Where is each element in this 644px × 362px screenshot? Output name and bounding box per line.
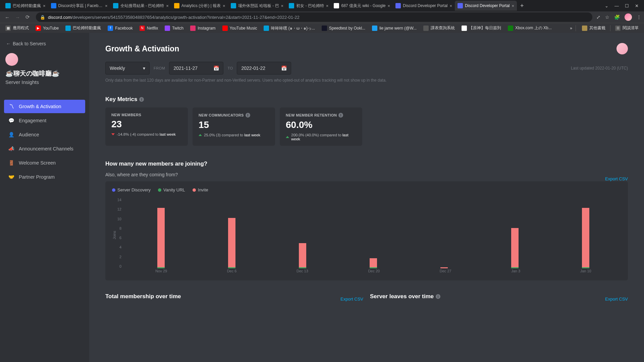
legend-label: Server Discovery bbox=[117, 187, 151, 192]
address-bar: ← → ⟳ 🔒 discord.com/developers/servers/5… bbox=[0, 11, 644, 23]
bookmark-item[interactable]: YouTube Music bbox=[220, 26, 260, 31]
nav-label: Growth & Activation bbox=[19, 104, 61, 109]
bookmarks-more[interactable]: » bbox=[570, 26, 572, 31]
bookmark-label: YouTube Music bbox=[230, 26, 257, 31]
profile-avatar[interactable] bbox=[625, 13, 632, 21]
tab-close-icon[interactable]: × bbox=[281, 3, 284, 8]
browser-tab[interactable]: Discord分享區 | Facebook× bbox=[48, 1, 110, 11]
tab-close-icon[interactable]: × bbox=[449, 3, 452, 8]
export-csv-link[interactable]: Export CSV bbox=[605, 176, 628, 181]
sidebar-item[interactable]: 💬Engagement bbox=[4, 114, 85, 127]
y-tick: 2 bbox=[112, 255, 121, 259]
bookmark-item[interactable]: Twitch bbox=[162, 26, 186, 31]
bookmark-item[interactable]: fFacebook bbox=[105, 26, 136, 31]
from-date-input[interactable]: 2021-11-27 📅 bbox=[169, 62, 223, 75]
back-to-servers-link[interactable]: ← Back to Servers bbox=[4, 38, 85, 51]
tab-close-icon[interactable]: × bbox=[512, 3, 514, 8]
window-minimize-button[interactable]: ― bbox=[614, 3, 619, 8]
legend-item[interactable]: Vanity URL bbox=[158, 187, 185, 192]
info-icon[interactable]: i bbox=[246, 113, 250, 118]
bookmark-item[interactable]: Xbox.com 上の Xb... bbox=[505, 25, 554, 31]
interval-select[interactable]: Weekly ▾ bbox=[105, 62, 150, 75]
url-path: /developers/servers/541557358048837654/a… bbox=[71, 15, 300, 20]
tab-close-icon[interactable]: × bbox=[105, 3, 108, 8]
back-button[interactable]: ← bbox=[5, 14, 10, 20]
tab-favicon bbox=[51, 3, 56, 8]
browser-tab[interactable]: 巴哈姆特動畫瘋× bbox=[3, 1, 48, 11]
to-date-input[interactable]: 2022-01-22 📅 bbox=[237, 62, 291, 75]
bookmark-star-icon[interactable]: ☆ bbox=[605, 14, 609, 20]
info-icon[interactable]: i bbox=[436, 294, 440, 299]
tab-favicon bbox=[113, 3, 118, 8]
browser-tab[interactable]: Discord Developer Portal× bbox=[455, 1, 517, 11]
bar-segment bbox=[228, 267, 235, 268]
sidebar-item[interactable]: 👤Audience bbox=[4, 128, 85, 141]
tab-close-icon[interactable]: × bbox=[223, 3, 225, 8]
bar-column bbox=[370, 258, 377, 268]
totals-chart-title: Total membership over time bbox=[105, 293, 181, 300]
browser-tab[interactable]: 687 億美元 wiki - Google× bbox=[331, 1, 393, 11]
browser-tab[interactable]: Discord Developer Portal× bbox=[393, 1, 455, 11]
other-bookmarks[interactable]: 其他書籤 bbox=[579, 25, 608, 31]
tab-favicon bbox=[395, 3, 401, 8]
export-csv-link-3[interactable]: Export CSV bbox=[605, 297, 628, 302]
tab-close-icon[interactable]: × bbox=[43, 3, 46, 8]
bookmark-item[interactable]: Speedtest by Ookl... bbox=[319, 26, 368, 31]
user-avatar[interactable] bbox=[616, 43, 628, 54]
new-tab-button[interactable]: + bbox=[517, 2, 527, 9]
info-icon[interactable]: i bbox=[139, 97, 144, 102]
chart-subtitle: Also, where are they coming from? bbox=[105, 172, 207, 177]
reload-button[interactable]: ⟳ bbox=[25, 14, 30, 20]
bookmark-item[interactable]: ▦應用程式 bbox=[3, 25, 32, 31]
bar-segment bbox=[299, 267, 306, 268]
bookmark-item[interactable]: 【原神】每日簽到 bbox=[459, 25, 504, 31]
url-field[interactable]: 🔒 discord.com/developers/servers/5415573… bbox=[36, 12, 592, 22]
nav-list: 〽Growth & Activation💬Engagement👤Audience… bbox=[4, 100, 85, 184]
bookmark-item[interactable]: 巴哈姆特動畫瘋 bbox=[63, 25, 104, 31]
legend-item[interactable]: Server Discovery bbox=[112, 187, 151, 192]
bookmark-item[interactable]: 課表查詢系統 bbox=[421, 25, 458, 31]
main-content: Growth & Activation Weekly ▾ FROM 2021-1… bbox=[89, 33, 644, 362]
extensions-icon[interactable]: 🧩 bbox=[614, 14, 620, 20]
browser-tab[interactable]: 全站搜尋結果 - 巴哈姆特× bbox=[110, 1, 171, 11]
from-date-value: 2021-11-27 bbox=[173, 65, 198, 71]
bar-column bbox=[582, 208, 589, 268]
window-maximize-button[interactable]: ☐ bbox=[625, 3, 629, 8]
sidebar-item[interactable]: 〽Growth & Activation bbox=[4, 100, 85, 113]
key-metrics-title: Key Metrics i bbox=[105, 96, 628, 103]
tab-close-icon[interactable]: × bbox=[166, 3, 169, 8]
window-close-button[interactable]: ✕ bbox=[635, 3, 639, 8]
bookmark-label: 課表查詢系統 bbox=[431, 25, 455, 31]
bookmark-item[interactable]: NNetflix bbox=[137, 26, 161, 31]
sidebar-item[interactable]: 🤝Partner Program bbox=[4, 170, 85, 184]
install-icon[interactable]: ⤢ bbox=[596, 14, 600, 20]
bar-segment bbox=[299, 243, 306, 267]
server-avatar[interactable] bbox=[5, 53, 18, 66]
bookmark-item[interactable]: Instagram bbox=[187, 26, 218, 31]
info-icon[interactable]: i bbox=[338, 113, 343, 118]
tab-close-icon[interactable]: × bbox=[388, 3, 390, 8]
bar-column bbox=[511, 228, 519, 268]
tab-close-icon[interactable]: × bbox=[326, 3, 329, 8]
bar-segment bbox=[511, 228, 519, 267]
browser-tab[interactable]: 初女 - 巴哈姆特× bbox=[286, 1, 331, 11]
sidebar-item[interactable]: 🚪Welcome Screen bbox=[4, 156, 85, 170]
y-tick: 4 bbox=[112, 245, 121, 249]
export-csv-link-2[interactable]: Export CSV bbox=[340, 297, 363, 302]
reading-list[interactable]: ☰閱讀清單 bbox=[612, 25, 641, 31]
megaphone-icon: 📣 bbox=[8, 145, 15, 152]
trend-up-icon bbox=[286, 136, 289, 138]
menu-icon[interactable]: ⋮ bbox=[637, 14, 641, 20]
browser-tab[interactable]: Analytics (分析) | 報表× bbox=[171, 1, 228, 11]
browser-tab[interactable]: 場外休憩區 哈啦板 - 巴× bbox=[228, 1, 286, 11]
legend-item[interactable]: Invite bbox=[193, 187, 208, 192]
bookmark-item[interactable]: 哞哞哞嘿 (๑・ω・๑)っ... bbox=[261, 25, 318, 31]
window-chevron-icon[interactable]: ⌄ bbox=[605, 3, 608, 8]
bookmark-item[interactable]: lie jame wern (@W... bbox=[369, 26, 419, 31]
bookmark-item[interactable]: ▶YouTube bbox=[33, 26, 61, 31]
tab-title: Discord Developer Portal bbox=[403, 3, 447, 8]
y-tick: 6 bbox=[112, 236, 121, 240]
forward-button[interactable]: → bbox=[15, 14, 20, 20]
sidebar-item[interactable]: 📣Announcement Channels bbox=[4, 142, 85, 155]
bookmark-favicon: ▦ bbox=[5, 26, 11, 31]
